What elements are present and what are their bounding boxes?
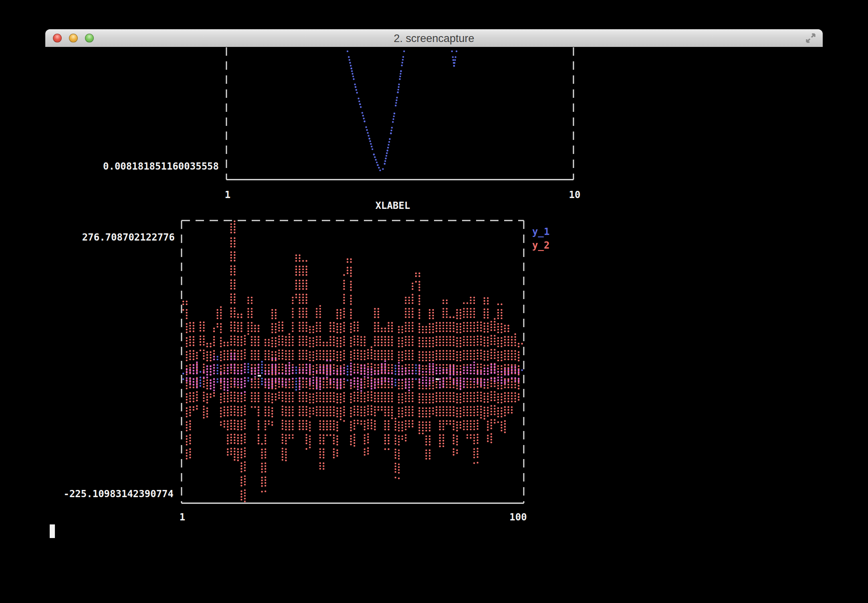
legend-item-y1: y_1: [532, 225, 549, 239]
topfig-xtick-left: 1: [225, 188, 230, 202]
topfig-xlabel: XLABEL: [375, 199, 410, 212]
terminal-cursor: [50, 524, 55, 538]
topfig-xtick-right: 10: [569, 188, 581, 202]
botfig-ymin-label: -225.10983142390774: [63, 487, 174, 501]
desktop: { "window": { "title": "2. screencapture…: [0, 0, 868, 603]
botfig-xtick-left: 1: [180, 510, 185, 524]
botfig-ymax-label: 276.708702122776: [82, 231, 175, 244]
topfig-ymin-label: 0.008181851160035558: [103, 160, 219, 173]
botfig-series-dots: [182, 221, 523, 502]
topfig-series-dots: [347, 51, 457, 171]
legend-item-y2: y_2: [532, 239, 549, 252]
plots-canvas: [0, 0, 868, 603]
botfig-xtick-right: 100: [509, 510, 527, 524]
